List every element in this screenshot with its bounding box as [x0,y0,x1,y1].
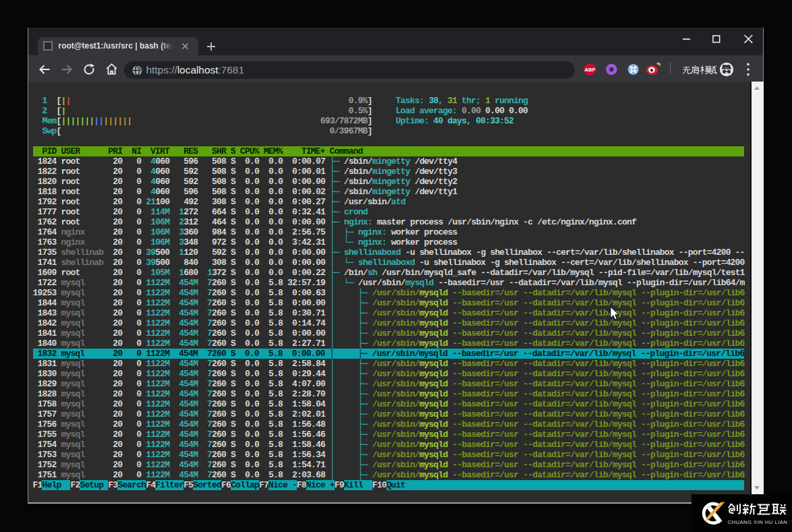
svg-text:CHUANG XIN HU LIAN: CHUANG XIN HU LIAN [728,519,788,525]
svg-text:ABP: ABP [585,67,596,73]
